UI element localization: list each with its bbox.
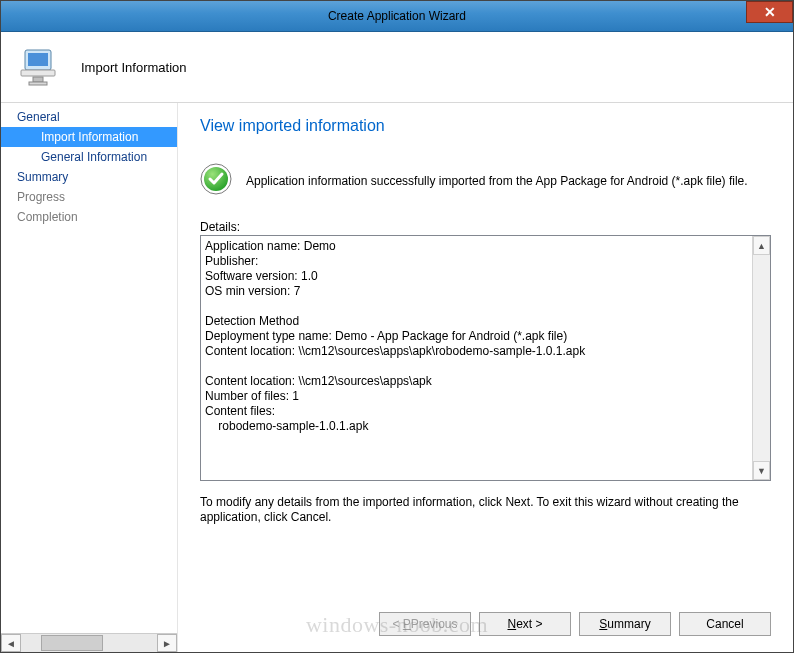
svg-rect-3	[33, 77, 43, 82]
details-vertical-scrollbar[interactable]: ▲ ▼	[752, 236, 770, 480]
sidebar-item-general[interactable]: General	[1, 107, 177, 127]
page-title: Import Information	[81, 60, 187, 75]
details-box: Application name: Demo Publisher: Softwa…	[200, 235, 771, 481]
scroll-thumb[interactable]	[41, 635, 103, 651]
sidebar-item-summary[interactable]: Summary	[1, 167, 177, 187]
scroll-up-icon[interactable]: ▲	[753, 236, 770, 255]
wizard-header: Import Information	[1, 32, 793, 103]
sidebar: General Import Information General Infor…	[1, 103, 178, 652]
status-row: Application information successfully imp…	[200, 163, 771, 198]
main-panel: View imported information	[178, 103, 793, 652]
main-heading: View imported information	[200, 117, 771, 135]
scroll-track[interactable]	[21, 634, 157, 652]
nav-tree: General Import Information General Infor…	[1, 103, 177, 633]
window-title: Create Application Wizard	[328, 9, 466, 23]
close-icon: ✕	[764, 4, 776, 20]
computer-icon	[19, 44, 63, 91]
button-row: < PPrevious Next > Summary Cancel	[200, 598, 771, 652]
scroll-down-icon[interactable]: ▼	[753, 461, 770, 480]
sidebar-item-completion[interactable]: Completion	[1, 207, 177, 227]
titlebar: Create Application Wizard ✕	[1, 1, 793, 32]
details-label: Details:	[200, 220, 771, 234]
svg-rect-4	[29, 82, 47, 85]
sidebar-horizontal-scrollbar[interactable]: ◄ ►	[1, 633, 177, 652]
success-check-icon	[200, 163, 232, 198]
previous-button: < PPrevious	[379, 612, 471, 636]
scroll-track[interactable]	[753, 255, 770, 461]
sidebar-item-import-information[interactable]: Import Information	[1, 127, 177, 147]
details-text[interactable]: Application name: Demo Publisher: Softwa…	[201, 236, 752, 480]
scroll-left-icon[interactable]: ◄	[1, 634, 21, 652]
cancel-button[interactable]: Cancel	[679, 612, 771, 636]
wizard-body: General Import Information General Infor…	[1, 103, 793, 652]
status-message: Application information successfully imp…	[246, 174, 748, 188]
scroll-right-icon[interactable]: ►	[157, 634, 177, 652]
wizard-window: Create Application Wizard ✕ Import Infor…	[0, 0, 794, 653]
close-button[interactable]: ✕	[746, 1, 793, 23]
svg-rect-1	[28, 53, 48, 66]
summary-button[interactable]: Summary	[579, 612, 671, 636]
next-button[interactable]: Next >	[479, 612, 571, 636]
hint-text: To modify any details from the imported …	[200, 495, 771, 525]
sidebar-item-progress[interactable]: Progress	[1, 187, 177, 207]
svg-rect-2	[21, 70, 55, 76]
sidebar-item-general-information[interactable]: General Information	[1, 147, 177, 167]
